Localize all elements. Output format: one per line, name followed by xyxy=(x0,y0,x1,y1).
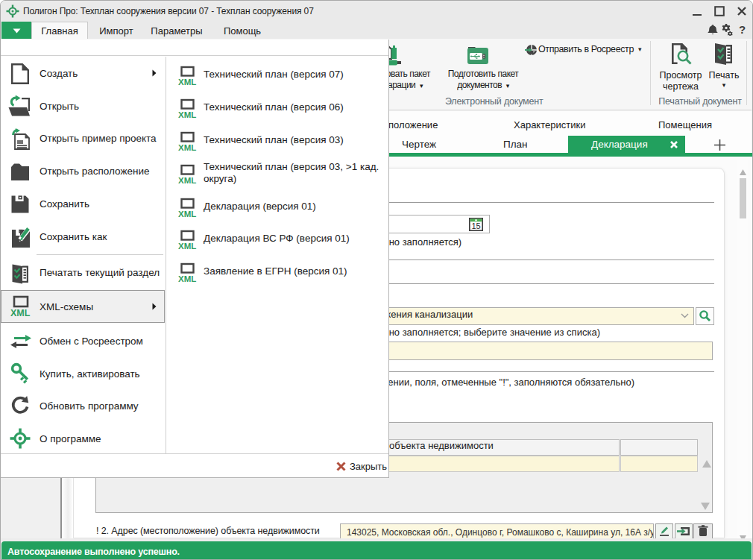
svg-text:15: 15 xyxy=(471,221,480,230)
svg-text:XML: XML xyxy=(178,242,196,251)
svg-text:XML: XML xyxy=(10,308,31,318)
svg-text:XML: XML xyxy=(178,143,196,152)
svg-text:XML: XML xyxy=(178,110,196,119)
svg-text:XML: XML xyxy=(178,78,196,86)
svg-text:XML: XML xyxy=(178,210,196,218)
svg-text:XML: XML xyxy=(178,274,196,283)
svg-text:XML: XML xyxy=(178,176,196,185)
